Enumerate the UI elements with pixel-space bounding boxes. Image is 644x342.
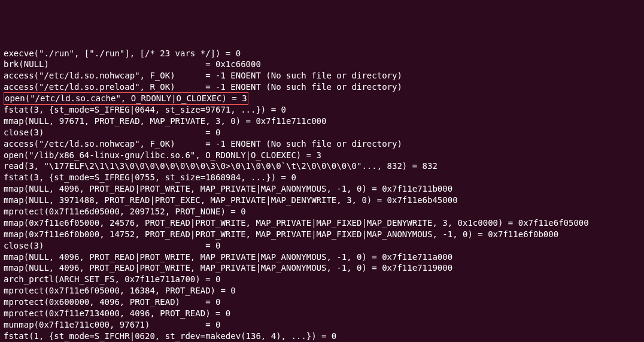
- terminal-line: munmap(0x7f11e711c000, 97671) = 0: [4, 319, 640, 331]
- terminal-line: access("/etc/ld.so.nohwcap", F_OK) = -1 …: [4, 70, 640, 81]
- terminal-line: access("/etc/ld.so.nohwcap", F_OK) = -1 …: [4, 138, 640, 150]
- terminal-line: mprotect(0x7f11e6f05000, 16384, PROT_REA…: [4, 285, 640, 296]
- terminal-line: mmap(0x7f11e6f0b000, 14752, PROT_READ|PR…: [4, 229, 640, 240]
- terminal-line: mmap(NULL, 4096, PROT_READ|PROT_WRITE, M…: [4, 262, 640, 274]
- terminal-line: read(3, "\177ELF\2\1\1\3\0\0\0\0\0\0\0\0…: [4, 161, 640, 172]
- terminal-line: mmap(NULL, 4096, PROT_READ|PROT_WRITE, M…: [4, 252, 640, 263]
- terminal-line: mprotect(0x7f11e7134000, 4096, PROT_READ…: [4, 308, 640, 319]
- terminal-line: arch_prctl(ARCH_SET_FS, 0x7f11e711a700) …: [4, 274, 640, 285]
- terminal-output: execve("./run", ["./run"], [/* 23 vars *…: [4, 48, 640, 342]
- terminal-line: open("/lib/x86_64-linux-gnu/libc.so.6", …: [4, 150, 640, 161]
- terminal-line: brk(NULL) = 0x1c66000: [4, 59, 640, 70]
- terminal-line: mmap(NULL, 97671, PROT_READ, MAP_PRIVATE…: [4, 116, 640, 127]
- highlighted-syscall: open("/etc/ld.so.cache", O_RDONLY|O_CLOE…: [4, 92, 248, 105]
- terminal-line: close(3) = 0: [4, 240, 640, 252]
- terminal-line: mmap(0x7f11e6f05000, 24576, PROT_READ|PR…: [4, 217, 640, 229]
- terminal-line: fstat(1, {st_mode=S_IFCHR|0620, st_rdev=…: [4, 331, 640, 342]
- terminal-line: fstat(3, {st_mode=S_IFREG|0644, st_size=…: [4, 104, 640, 116]
- terminal-line: execve("./run", ["./run"], [/* 23 vars *…: [4, 48, 640, 59]
- terminal-line: access("/etc/ld.so.preload", R_OK) = -1 …: [4, 81, 640, 93]
- terminal-line: fstat(3, {st_mode=S_IFREG|0755, st_size=…: [4, 172, 640, 183]
- terminal-line: mprotect(0x7f11e6d05000, 2097152, PROT_N…: [4, 206, 640, 217]
- terminal-line: close(3) = 0: [4, 127, 640, 138]
- terminal-line: mmap(NULL, 4096, PROT_READ|PROT_WRITE, M…: [4, 183, 640, 195]
- terminal-line: open("/etc/ld.so.cache", O_RDONLY|O_CLOE…: [4, 93, 640, 104]
- terminal-line: mprotect(0x600000, 4096, PROT_READ) = 0: [4, 296, 640, 308]
- terminal-line: mmap(NULL, 3971488, PROT_READ|PROT_EXEC,…: [4, 195, 640, 206]
